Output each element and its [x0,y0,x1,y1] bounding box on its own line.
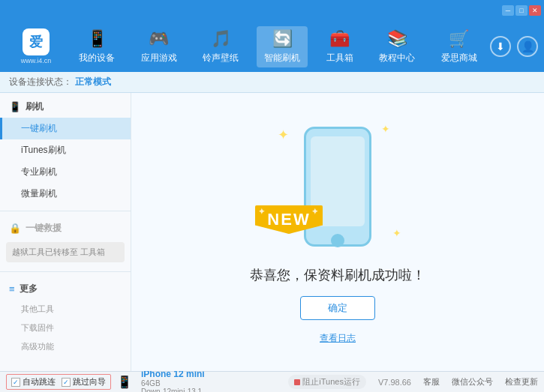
sidebar-more-section: ≡ 更多 其他工具 下载固件 高级功能 [0,275,131,359]
more-icon: ≡ [9,283,15,295]
sidebar-rescue-title: 一键救援 [26,222,62,235]
nav-toolbox[interactable]: 🧰 工具箱 [319,26,361,67]
minimize-button[interactable]: ─ [502,5,514,16]
wechat-link[interactable]: 微信公众号 [452,376,493,388]
sidebar-rescue-section: 🔒 一键救援 越狱工具已转移至 工具箱 [0,214,131,268]
logo[interactable]: 爱 www.i4.cn [6,28,66,64]
itunes-status-label: 阻止iTunes运行 [302,376,360,388]
main: 📱 刷机 一键刷机 iTunes刷机 专业刷机 微量刷机 🔒 一键救援 越狱工具… [0,93,544,371]
device-storage: 64GB [141,379,205,388]
device-info: iPhone 12 mini 64GB Down-12mini-13.1 [141,369,205,393]
success-message: 恭喜您，保资料刷机成功啦！ [250,266,425,284]
new-star-right: ✦ [311,207,320,217]
sidebar-item-itunes-flash[interactable]: iTunes刷机 [0,139,131,161]
new-banner: ✦ NEW ✦ [255,205,323,234]
sidebar: 📱 刷机 一键刷机 iTunes刷机 专业刷机 微量刷机 🔒 一键救援 越狱工具… [0,93,131,371]
new-text: NEW [267,210,310,229]
checkbox-skip-wizard-label: 跳过向导 [73,376,106,388]
nav-store-label: 爱思商城 [441,52,477,64]
window-controls: ─ □ ✕ [502,5,541,16]
nav-smart-flash[interactable]: 🔄 智能刷机 [257,26,308,67]
nav-flash-label: 智能刷机 [264,52,300,64]
status-label: 设备连接状态： [9,76,72,88]
sidebar-item-save-flash[interactable]: 微量刷机 [0,183,131,205]
sidebar-divider-1 [0,211,131,211]
user-button[interactable]: 👤 [517,36,538,57]
nav-ringtones-label: 铃声壁纸 [203,52,239,64]
sidebar-more-header: ≡ 更多 [0,278,131,300]
sidebar-item-pro-flash[interactable]: 专业刷机 [0,161,131,183]
sidebar-more-title: 更多 [20,283,38,295]
flash-section-icon: 📱 [9,101,21,112]
checkbox-auto-connect-label: 自动跳连 [23,376,56,388]
review-log-link[interactable]: 查看日志 [320,332,356,345]
update-link[interactable]: 检查更新 [505,376,538,388]
status-value: 正常模式 [75,76,111,88]
support-link[interactable]: 客服 [423,376,440,388]
logo-icon: 爱 [23,28,50,55]
bottom-bar: ✓ 自动跳连 ✓ 跳过向导 📱 iPhone 12 mini 64GB Down… [0,371,544,392]
logo-tagline: www.i4.cn [21,57,52,64]
sidebar-item-download-firmware[interactable]: 下载固件 [0,319,131,337]
sidebar-item-advanced[interactable]: 高级功能 [0,337,131,356]
toolbox-icon: 🧰 [329,29,350,49]
device-info-row: 📱 iPhone 12 mini 64GB Down-12mini-13.1 [117,369,205,393]
title-bar: ─ □ ✕ [0,0,544,21]
confirm-button[interactable]: 确定 [300,296,375,320]
rescue-icon: 🔒 [9,223,21,234]
sidebar-rescue-notice: 越狱工具已转移至 工具箱 [6,242,125,262]
checkbox-skip-wizard[interactable]: ✓ 跳过向导 [62,376,106,388]
sparkle-2: ✦ [381,123,390,135]
header-right: ⬇ 👤 [490,36,538,57]
device-icon: 📱 [87,29,107,49]
maximize-button[interactable]: □ [515,5,527,16]
success-container: ✦ ✦ ✦ ✦ NEW ✦ 恭喜您，保资料刷机成功啦！ 确定 查看日志 [250,119,425,345]
tutorial-icon: 📚 [387,29,407,49]
nav-apps-games[interactable]: 🎮 应用游戏 [134,26,185,67]
sidebar-flash-section: 📱 刷机 一键刷机 iTunes刷机 专业刷机 微量刷机 [0,93,131,208]
nav-store[interactable]: 🛒 爱思商城 [434,26,485,67]
version-text: V7.98.66 [378,378,411,387]
nav-apps-label: 应用游戏 [141,52,177,64]
sidebar-item-other-tools[interactable]: 其他工具 [0,300,131,319]
itunes-status[interactable]: 阻止iTunes运行 [288,375,366,389]
bottom-checkboxes: ✓ 自动跳连 ✓ 跳过向导 [6,374,111,390]
bottom-right: 阻止iTunes运行 V7.98.66 客服 微信公众号 检查更新 [288,375,538,389]
nav-my-device[interactable]: 📱 我的设备 [71,26,122,67]
sidebar-divider-2 [0,271,131,272]
apps-icon: 🎮 [149,29,169,49]
sparkle-3: ✦ [392,227,401,239]
nav-items: 📱 我的设备 🎮 应用游戏 🎵 铃声壁纸 🔄 智能刷机 🧰 工具箱 📚 教程中心… [66,21,490,72]
rescue-notice-text: 越狱工具已转移至 工具箱 [12,247,105,256]
nav-tutorial-label: 教程中心 [379,52,415,64]
flash-icon: 🔄 [272,29,293,49]
status-bar: 设备连接状态： 正常模式 [0,72,544,93]
device-phone-icon: 📱 [117,375,132,389]
new-badge: ✦ NEW ✦ [255,205,323,243]
new-star-left: ✦ [258,207,266,217]
nav-toolbox-label: 工具箱 [326,52,353,64]
nav-ringtones[interactable]: 🎵 铃声壁纸 [195,26,246,67]
content-area: ✦ ✦ ✦ ✦ NEW ✦ 恭喜您，保资料刷机成功啦！ 确定 查看日志 [131,93,544,371]
checkbox-auto-connect-box[interactable]: ✓ [11,378,20,387]
close-button[interactable]: ✕ [529,5,541,16]
sparkle-1: ✦ [278,127,289,143]
nav-my-device-label: 我的设备 [79,52,115,64]
sidebar-item-onekey-flash[interactable]: 一键刷机 [0,118,131,139]
stop-icon [294,379,300,385]
checkbox-skip-wizard-box[interactable]: ✓ [62,378,71,387]
sidebar-flash-title: 刷机 [26,100,44,113]
ringtones-icon: 🎵 [211,29,231,49]
checkbox-auto-connect[interactable]: ✓ 自动跳连 [11,376,56,388]
store-icon: 🛒 [449,29,469,49]
nav-tutorial[interactable]: 📚 教程中心 [371,26,422,67]
sidebar-flash-header: 📱 刷机 [0,96,131,118]
sidebar-rescue-header: 🔒 一键救援 [0,217,131,239]
phone-home-btn [331,234,344,247]
phone-illustration: ✦ ✦ ✦ ✦ NEW ✦ [263,119,413,254]
device-model: Down-12mini-13.1 [141,388,205,393]
header: 爱 www.i4.cn 📱 我的设备 🎮 应用游戏 🎵 铃声壁纸 🔄 智能刷机 … [0,21,544,72]
download-button[interactable]: ⬇ [490,36,511,57]
